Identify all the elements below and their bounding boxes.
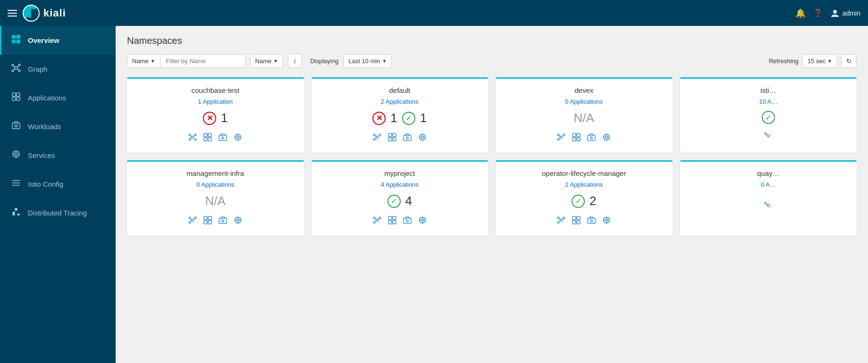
namespace-apps-link[interactable]: 2 Applications — [565, 181, 603, 188]
svg-rect-122 — [393, 216, 396, 220]
svg-point-56 — [379, 134, 381, 136]
namespace-name: isti… — [760, 86, 776, 94]
graph-link-icon[interactable] — [764, 201, 773, 212]
applications-link-icon[interactable] — [203, 216, 212, 226]
graph-link-icon[interactable] — [373, 133, 381, 143]
sidebar-item-workloads[interactable]: Workloads — [0, 112, 116, 141]
workloads-link-icon[interactable] — [219, 216, 227, 226]
namespace-card-default: default 2 Applications ✕ 1 ✓ 1 — [312, 77, 489, 153]
refresh-interval-chevron-icon: ▼ — [827, 58, 832, 64]
svg-point-54 — [376, 136, 378, 139]
svg-point-76 — [557, 139, 559, 140]
sidebar-item-label-graph: Graph — [28, 65, 48, 73]
services-link-icon[interactable] — [418, 133, 427, 143]
refresh-now-button[interactable]: ↻ — [841, 54, 857, 68]
applications-icon — [11, 92, 21, 104]
svg-line-58 — [375, 136, 376, 137]
sort-by-dropdown[interactable]: Name ▼ — [250, 54, 284, 68]
svg-point-93 — [765, 132, 767, 134]
applications-link-icon[interactable] — [572, 133, 581, 143]
svg-rect-62 — [393, 133, 396, 137]
graph-link-icon[interactable] — [557, 133, 565, 143]
svg-rect-61 — [388, 133, 392, 137]
workloads-link-icon[interactable] — [403, 216, 412, 226]
sort-az-icon: ↕ — [293, 57, 296, 65]
graph-link-icon[interactable] — [764, 132, 773, 142]
sidebar-item-services[interactable]: Services — [0, 141, 116, 170]
services-link-icon[interactable] — [234, 133, 242, 143]
overview-icon — [11, 34, 21, 46]
time-range-dropdown[interactable]: Last 10 min ▼ — [343, 54, 392, 68]
namespace-action-icons — [764, 201, 773, 212]
svg-line-118 — [375, 219, 376, 220]
namespace-apps-link[interactable]: 0 Applications — [196, 181, 234, 188]
help-icon[interactable]: ❓ — [813, 8, 823, 17]
ok-status-icon: ✓ — [402, 112, 415, 125]
svg-point-115 — [373, 217, 375, 219]
namespace-apps-link[interactable]: 2 Applications — [381, 98, 419, 105]
svg-rect-82 — [573, 138, 576, 141]
workloads-link-icon[interactable] — [587, 133, 596, 143]
svg-rect-46 — [219, 135, 227, 140]
applications-link-icon[interactable] — [203, 133, 212, 143]
services-link-icon[interactable] — [418, 216, 427, 226]
svg-rect-83 — [577, 138, 580, 141]
namespace-apps-link[interactable]: 4 Applications — [381, 181, 419, 188]
workloads-link-icon[interactable] — [403, 133, 412, 143]
displaying-label: Displaying — [310, 58, 338, 65]
svg-rect-143 — [577, 221, 580, 224]
svg-rect-17 — [12, 97, 16, 100]
svg-point-57 — [373, 139, 375, 140]
ok-count: 1 — [420, 111, 427, 125]
applications-link-icon[interactable] — [388, 216, 396, 226]
namespace-apps-link[interactable]: 1 Application — [198, 98, 233, 105]
svg-point-97 — [194, 217, 196, 219]
ok-count: 2 — [590, 194, 596, 208]
distributed-tracing-icon — [11, 207, 21, 219]
svg-rect-142 — [573, 221, 576, 224]
graph-link-icon[interactable] — [188, 216, 197, 226]
sidebar-item-overview[interactable]: Overview — [0, 26, 116, 55]
logo: kiali — [23, 5, 66, 22]
sort-direction-button[interactable]: ↕ — [288, 54, 302, 68]
graph-link-icon[interactable] — [557, 216, 565, 226]
filter-input[interactable] — [160, 54, 245, 68]
notifications-icon[interactable]: 🔔 — [795, 8, 806, 18]
svg-rect-144 — [588, 218, 595, 223]
svg-line-79 — [559, 138, 560, 139]
services-link-icon[interactable] — [602, 216, 611, 226]
sidebar-item-distributed-tracing[interactable]: Distributed Tracing — [0, 198, 116, 227]
applications-link-icon[interactable] — [388, 133, 396, 143]
svg-point-68 — [421, 136, 423, 139]
graph-link-icon[interactable] — [373, 216, 381, 226]
namespace-apps-link[interactable]: 0 Applications — [565, 98, 603, 105]
workloads-link-icon[interactable] — [219, 133, 227, 143]
services-link-icon[interactable] — [602, 133, 611, 143]
namespace-apps-link[interactable]: 10 A… — [759, 98, 777, 105]
svg-line-13 — [14, 69, 15, 70]
time-range-chevron-icon: ▼ — [382, 58, 387, 64]
svg-rect-140 — [573, 216, 576, 220]
svg-rect-106 — [219, 218, 227, 223]
sidebar-item-label-workloads: Workloads — [28, 123, 61, 131]
svg-rect-64 — [393, 138, 396, 141]
hamburger-menu[interactable] — [8, 10, 17, 16]
user-menu[interactable]: admin — [830, 8, 860, 18]
sidebar-item-istio-config[interactable]: Istio Config — [0, 170, 116, 198]
svg-rect-123 — [388, 221, 392, 224]
page-title: Namespaces — [127, 35, 857, 46]
graph-link-icon[interactable] — [188, 133, 197, 143]
sidebar-item-graph[interactable]: Graph — [0, 55, 116, 83]
svg-point-74 — [557, 134, 559, 136]
refresh-interval-dropdown[interactable]: 15 sec ▼ — [802, 54, 837, 68]
sidebar-item-applications[interactable]: Applications — [0, 83, 116, 112]
workloads-link-icon[interactable] — [587, 216, 596, 226]
namespace-apps-link[interactable]: 0 A… — [761, 181, 776, 188]
services-link-icon[interactable] — [234, 216, 242, 226]
refreshing-label: Refreshing — [769, 58, 799, 65]
applications-link-icon[interactable] — [572, 216, 581, 226]
namespace-name: management-infra — [186, 169, 244, 177]
svg-point-22 — [15, 153, 17, 156]
svg-point-117 — [373, 222, 375, 223]
filter-type-dropdown[interactable]: Name ▼ — [127, 54, 160, 68]
